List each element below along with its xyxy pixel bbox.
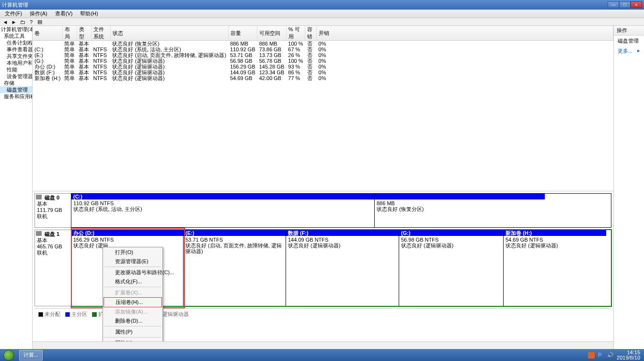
table-row[interactable]: 办公 (D:)简单基本NTFS状态良好 (逻辑驱动器)156.29 GB145.… [33,64,613,70]
maximize-button[interactable]: □ [619,1,631,8]
tree-system-tools[interactable]: 系统工具 [0,33,32,39]
col-free[interactable]: 可用空间 [257,26,287,41]
volume-icon[interactable]: 🔊 [607,352,614,359]
help-icon[interactable]: ? [28,19,34,25]
disk-0-info[interactable]: 磁盘 0 基本 111.79 GB 联机 [34,193,71,228]
partition[interactable]: 数据 (F:)144.09 GB NTFS状态良好 (逻辑驱动器) [286,230,399,306]
table-row[interactable]: (E:)简单基本NTFS状态良好 (启动, 页面文件, 故障转储, 逻辑驱动器)… [33,52,613,58]
tree-device-mgr[interactable]: 设备管理器 [0,73,32,80]
ctx-sep2 [104,287,161,288]
tree-event-viewer[interactable]: 事件查看器 [0,46,32,53]
chevron-right-icon: ▸ [637,47,640,54]
volume-table[interactable]: 卷 布局 类型 文件系统 状态 容量 可用空间 % 可用 容错 开销 简单基本状… [33,26,613,81]
flag-icon[interactable]: ⚐ [598,352,604,359]
tree-root[interactable]: 计算机管理(本 [0,26,32,33]
partition[interactable]: 新加卷 (H:)54.69 GB NTFS状态良好 (逻辑驱动器) [504,230,606,306]
table-row[interactable]: 数据 (F:)简单基本NTFS状态良好 (逻辑驱动器)144.09 GB123.… [33,70,613,75]
taskbar[interactable]: 计算... ⚐ 🔊 14:15 2019/8/10 [0,349,644,361]
back-icon[interactable]: ◄ [2,19,9,25]
tree-storage[interactable]: 存储 [0,80,32,86]
col-status[interactable]: 状态 [110,26,228,41]
menu-bar: 文件(F) 操作(A) 查看(V) 帮助(H) [0,10,644,18]
refresh-icon[interactable]: 🗀 [19,19,26,25]
actions-more[interactable]: 更多... ▸ [614,47,644,56]
start-button[interactable] [0,349,17,361]
ctx-add-mirror: 添加镜像(A)... [104,307,162,316]
partition[interactable]: 886 MB状态良好 (恢复分区) [375,194,545,227]
col-overhead[interactable]: 开销 [317,26,613,41]
context-menu: 打开(O) 资源管理器(E) 更改驱动器号和路径(C)... 格式化(F)...… [103,247,163,341]
toolbar: ◄ ► 🗀 ? ▤ [0,18,644,26]
actions-pane: 操作 磁盘管理 更多... ▸ [613,26,644,349]
table-row[interactable]: (C:)简单基本NTFS状态良好 (系统, 活动, 主分区)110.92 GB7… [33,47,613,52]
col-fs[interactable]: 文件系统 [91,26,110,41]
forward-icon[interactable]: ► [11,19,17,25]
table-row[interactable]: (G:)简单基本NTFS状态良好 (逻辑驱动器)56.98 GB56.78 GB… [33,58,613,64]
ctx-delete[interactable]: 删除卷(D)... [104,316,162,326]
ctx-shrink[interactable]: 压缩卷(H)... [104,297,162,307]
title-bar: 计算机管理 — □ × [0,0,644,10]
minimize-button[interactable]: — [608,1,619,8]
ctx-explorer[interactable]: 资源管理器(E) [104,257,162,266]
tree-task-scheduler[interactable]: 任务计划程 [0,39,32,46]
disk-1-info[interactable]: 磁盘 1 基本 465.76 GB 联机 [34,230,71,306]
menu-file[interactable]: 文件(F) [3,10,24,17]
ctx-change-letter[interactable]: 更改驱动器号和路径(C)... [104,268,162,277]
ctx-open[interactable]: 打开(O) [104,248,162,257]
ctx-format[interactable]: 格式化(F)... [104,277,162,286]
close-button[interactable]: × [631,1,642,8]
col-fault[interactable]: 容错 [305,26,317,41]
menu-action[interactable]: 操作(A) [28,10,49,17]
h-scrollbar[interactable] [33,341,613,349]
tree-services[interactable]: 服务和应用程 [0,93,32,100]
ctx-sep4 [104,337,161,338]
disk-0-row: 磁盘 0 基本 111.79 GB 联机 (C:)110.92 GB NTFS状… [34,193,611,228]
system-tray: ⚐ 🔊 14:15 2019/8/10 [588,350,644,361]
disk-1-row: 磁盘 1 基本 465.76 GB 联机 办公 (D:)156.29 GB NT… [34,230,611,306]
tree-performance[interactable]: 性能 [0,66,32,73]
actions-sub: 磁盘管理 [614,35,644,47]
disk-layout-area: 磁盘 0 基本 111.79 GB 联机 (C:)110.92 GB NTFS状… [33,191,613,341]
windows-orb-icon [3,350,14,361]
partition[interactable]: (C:)110.92 GB NTFS状态良好 (系统, 活动, 主分区) [71,194,375,227]
partition[interactable]: (G:)56.98 GB NTFS状态良好 (逻辑驱动器) [399,230,504,306]
col-name[interactable]: 卷 [33,26,62,41]
ctx-extend: 扩展卷(X)... [104,288,162,297]
actions-header: 操作 [614,26,644,35]
tree-disk-mgmt[interactable]: 磁盘管理 [0,86,32,93]
table-row[interactable]: 新加卷 (H:)简单基本NTFS状态良好 (逻辑驱动器)54.69 GB42.0… [33,75,613,81]
menu-view[interactable]: 查看(V) [53,10,75,17]
tree-shared-folders[interactable]: 共享文件夹 [0,53,32,59]
ime-icon[interactable] [588,352,595,359]
table-row[interactable]: 简单基本状态良好 (恢复分区)886 MB886 MB100 %否0% [33,41,613,47]
col-layout[interactable]: 布局 [62,26,77,41]
col-pct[interactable]: % 可用 [286,26,305,41]
partition[interactable]: (E:)53.71 GB NTFS状态良好 (启动, 页面文件, 故障转储, 逻… [184,230,286,306]
ctx-sep3 [104,326,161,327]
col-type[interactable]: 类型 [77,26,91,41]
nav-tree[interactable]: 计算机管理(本 系统工具 任务计划程 事件查看器 共享文件夹 本地用户和 性能 … [0,26,33,349]
list-icon[interactable]: ▤ [36,19,43,25]
window-title: 计算机管理 [2,1,608,9]
clock[interactable]: 14:15 2019/8/10 [617,350,640,361]
tree-local-users[interactable]: 本地用户和 [0,59,32,66]
ctx-props[interactable]: 属性(P) [104,327,162,337]
menu-help[interactable]: 帮助(H) [78,10,100,17]
task-app-button[interactable]: 计算... [19,350,43,361]
ctx-help[interactable]: 帮助(H) [104,338,162,341]
col-capacity[interactable]: 容量 [228,26,257,41]
ctx-sep1 [104,267,161,268]
